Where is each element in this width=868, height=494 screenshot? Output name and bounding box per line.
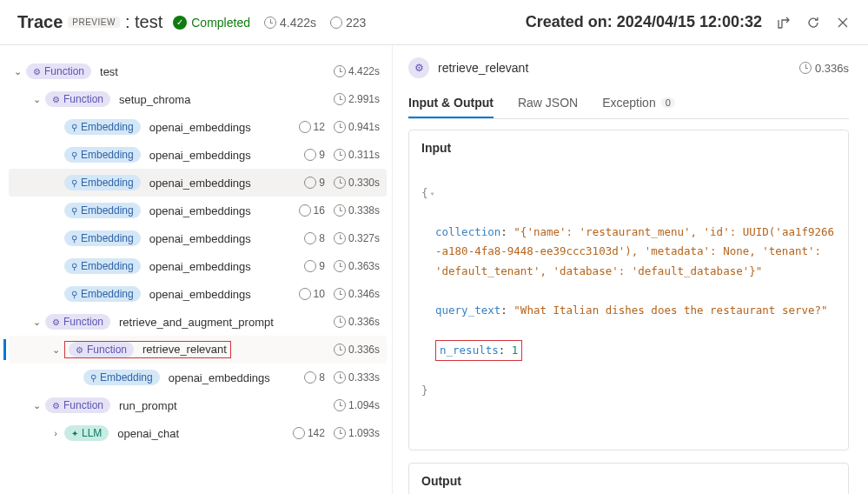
status-pill: ✓ Completed <box>173 16 250 30</box>
token-icon <box>299 288 311 300</box>
check-icon: ✓ <box>173 16 187 30</box>
chevron-icon[interactable]: › <box>47 428 64 438</box>
trace-title: Trace <box>17 12 63 32</box>
refresh-icon[interactable] <box>805 15 821 30</box>
emb-badge: ⚲Embedding <box>64 119 141 135</box>
clock-icon <box>334 316 346 328</box>
clock-icon <box>334 65 346 77</box>
emb-badge: ⚲Embedding <box>64 175 141 190</box>
detail-tabs: Input & Output Raw JSON Exception 0 <box>408 89 849 119</box>
clock-icon <box>334 260 346 272</box>
emb-badge: ⚲Embedding <box>64 147 141 163</box>
tree-row-openai_embeddings[interactable]: ⚲Embeddingopenai_embeddings100.346s <box>9 280 387 308</box>
node-label: retrieve_relevant <box>142 343 227 356</box>
chevron-icon[interactable]: ⌄ <box>28 317 45 328</box>
header-duration: 4.422s <box>264 16 316 30</box>
token-icon <box>299 121 311 133</box>
detail-name: retrieve_relevant <box>438 61 528 75</box>
tree-row-openai_embeddings[interactable]: ⚲Embeddingopenai_embeddings80.327s <box>9 224 387 252</box>
node-label: openai_embeddings <box>149 149 251 162</box>
token-icon <box>304 371 316 384</box>
node-label: setup_chroma <box>119 93 190 106</box>
chevron-icon[interactable]: ⌄ <box>28 94 45 105</box>
input-title: Input <box>421 141 836 155</box>
tab-exception[interactable]: Exception 0 <box>602 89 675 118</box>
tree-row-openai_embeddings[interactable]: ⚲Embeddingopenai_embeddings90.363s <box>9 252 387 280</box>
node-label: openai_embeddings <box>149 177 251 190</box>
selected-highlight: ⚙Functionretrieve_relevant <box>64 341 231 358</box>
clock-icon <box>334 149 346 161</box>
tree-row-openai_embeddings[interactable]: ⚲Embeddingopenai_embeddings80.333s <box>9 364 387 391</box>
chevron-icon[interactable]: ⌄ <box>47 344 64 356</box>
tab-raw-json[interactable]: Raw JSON <box>518 89 578 118</box>
node-meta: 120.941s <box>299 121 380 133</box>
node-label: run_prompt <box>119 399 176 412</box>
close-icon[interactable] <box>835 15 851 30</box>
status-label: Completed <box>191 16 250 30</box>
token-icon <box>330 17 342 29</box>
output-title: Output <box>421 474 836 488</box>
token-icon <box>293 427 305 439</box>
token-icon <box>304 260 316 272</box>
fn-badge: ⚙Function <box>26 63 91 79</box>
node-meta: 90.330s <box>304 177 380 189</box>
clock-icon <box>334 399 346 411</box>
fn-badge: ⚙Function <box>45 314 110 330</box>
node-meta: 80.333s <box>304 371 380 384</box>
tree-row-retrieve_and_augment_prompt[interactable]: ⌄⚙Functionretrieve_and_augment_prompt0.3… <box>9 308 387 336</box>
tree-row-setup_chroma[interactable]: ⌄⚙Functionsetup_chroma2.991s <box>9 85 387 113</box>
tab-input-output[interactable]: Input & Output <box>408 89 494 118</box>
fn-badge: ⚙Function <box>69 342 134 357</box>
clock-icon <box>334 121 346 133</box>
node-meta: 160.338s <box>299 204 380 217</box>
detail-time: 0.336s <box>799 62 849 75</box>
output-card: Output {▾ ids: [▾ 0: [▾ 0: "id1" ] ] dis… <box>408 463 849 494</box>
token-icon <box>304 149 316 161</box>
node-meta: 90.311s <box>304 149 380 161</box>
tree-row-openai_embeddings[interactable]: ⚲Embeddingopenai_embeddings160.338s <box>9 197 387 224</box>
chevron-icon[interactable]: ⌄ <box>28 400 45 411</box>
tree-row-openai_embeddings[interactable]: ⚲Embeddingopenai_embeddings90.330s <box>9 169 387 197</box>
tree-row-run_prompt[interactable]: ⌄⚙Functionrun_prompt1.094s <box>9 391 387 419</box>
detail-panel: ⚙ retrieve_relevant 0.336s Input & Outpu… <box>393 45 868 494</box>
clock-icon <box>334 344 346 356</box>
token-icon <box>299 204 311 217</box>
header-tokens: 223 <box>330 16 366 30</box>
fn-badge: ⚙Function <box>45 91 110 107</box>
node-label: openai_embeddings <box>169 371 270 384</box>
node-meta: 1421.093s <box>293 427 380 439</box>
chevron-icon[interactable]: ⌄ <box>9 66 26 77</box>
tree-row-openai_chat[interactable]: ›✦LLMopenai_chat1421.093s <box>9 419 387 447</box>
fn-badge: ⚙Function <box>45 397 110 413</box>
node-meta: 1.094s <box>334 399 380 411</box>
clock-icon <box>334 371 346 384</box>
node-meta: 0.336s <box>334 344 380 356</box>
node-meta: 100.346s <box>299 288 380 300</box>
tree-row-retrieve_relevant[interactable]: ⌄⚙Functionretrieve_relevant0.336s <box>9 336 387 364</box>
node-meta: 4.422s <box>334 65 380 77</box>
created-on: Created on: 2024/04/15 12:00:32 <box>526 13 762 31</box>
exception-count: 0 <box>661 97 675 108</box>
tree-row-openai_embeddings[interactable]: ⚲Embeddingopenai_embeddings90.311s <box>9 141 387 169</box>
emb-badge: ⚲Embedding <box>83 370 160 385</box>
node-label: openai_embeddings <box>149 204 251 217</box>
input-card: Input {▾ collection: "{'name': 'restaura… <box>408 130 849 451</box>
node-meta: 2.991s <box>334 93 380 105</box>
clock-icon <box>334 177 346 189</box>
emb-badge: ⚲Embedding <box>64 203 141 218</box>
node-meta: 90.363s <box>304 260 380 272</box>
trace-tree[interactable]: ⌄⚙Functiontest4.422s⌄⚙Functionsetup_chro… <box>0 45 393 494</box>
function-icon: ⚙ <box>408 57 429 78</box>
trace-name: : test <box>125 12 162 32</box>
clock-icon <box>799 62 812 74</box>
node-meta: 0.336s <box>334 316 380 328</box>
tree-row-test[interactable]: ⌄⚙Functiontest4.422s <box>9 57 387 85</box>
token-icon <box>304 177 316 189</box>
n-results-highlight: n_results: 1 <box>435 340 522 362</box>
node-meta: 80.327s <box>304 232 380 244</box>
node-label: openai_embeddings <box>149 121 251 134</box>
node-label: openai_embeddings <box>149 288 251 301</box>
emb-badge: ⚲Embedding <box>64 286 141 302</box>
share-icon[interactable] <box>776 15 792 30</box>
tree-row-openai_embeddings[interactable]: ⚲Embeddingopenai_embeddings120.941s <box>9 113 387 141</box>
